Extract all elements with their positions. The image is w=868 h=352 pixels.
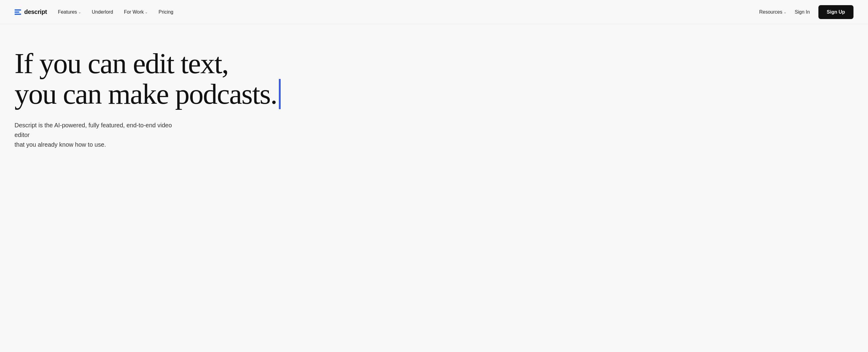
logo-icon	[14, 9, 21, 15]
nav-link-features-label: Features	[58, 9, 77, 15]
headline-line-2: you can make podcasts.	[14, 79, 348, 109]
logo-bar-2	[14, 11, 19, 13]
text-cursor	[279, 79, 281, 109]
nav-link-resources[interactable]: Resources ⌄	[759, 9, 786, 15]
hero-section: If you can edit text, you can make podca…	[0, 24, 363, 167]
chevron-down-icon-forwork: ⌄	[145, 10, 148, 14]
headline-line-1: If you can edit text,	[14, 49, 348, 79]
nav-link-pricing[interactable]: Pricing	[158, 9, 173, 15]
chevron-down-icon: ⌄	[78, 10, 81, 14]
nav-link-underlord-label: Underlord	[92, 9, 113, 15]
sign-up-button[interactable]: Sign Up	[818, 5, 854, 19]
nav-link-resources-label: Resources	[759, 9, 782, 15]
headline-text-line1: If you can edit text,	[14, 49, 228, 79]
nav-left: descript Features ⌄ Underlord For Work ⌄…	[14, 8, 173, 15]
hero-subtext: Descript is the AI-powered, fully featur…	[14, 120, 184, 149]
nav-link-forwork-label: For Work	[124, 9, 144, 15]
hero-headline: If you can edit text, you can make podca…	[14, 49, 348, 109]
logo-bar-3	[14, 13, 21, 15]
logo-bar-1	[14, 9, 21, 10]
chevron-down-icon-resources: ⌄	[784, 10, 786, 14]
hero-subtext-line2: that you already know how to use.	[14, 141, 106, 148]
nav-link-features[interactable]: Features ⌄	[58, 9, 81, 15]
logo[interactable]: descript	[14, 8, 47, 15]
nav-right: Resources ⌄ Sign In Sign Up	[759, 5, 854, 19]
sign-in-link[interactable]: Sign In	[795, 9, 810, 15]
logo-text: descript	[24, 8, 47, 15]
nav-link-pricing-label: Pricing	[158, 9, 173, 15]
nav-link-underlord[interactable]: Underlord	[92, 9, 113, 15]
nav-link-forwork[interactable]: For Work ⌄	[124, 9, 148, 15]
navbar: descript Features ⌄ Underlord For Work ⌄…	[0, 0, 868, 24]
headline-text-line2: you can make podcasts.	[14, 79, 277, 109]
hero-subtext-line1: Descript is the AI-powered, fully featur…	[14, 122, 172, 138]
